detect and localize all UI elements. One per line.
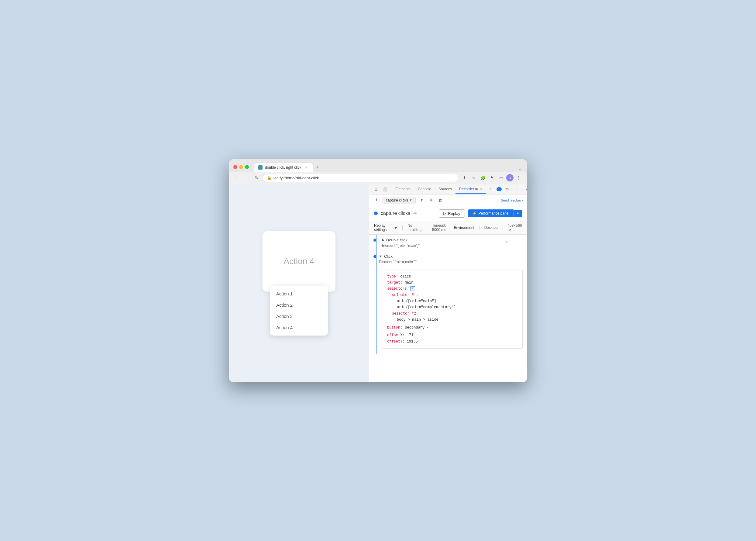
code-offsetx-val: 171 bbox=[407, 333, 414, 337]
replay-settings-arrow: ▶ bbox=[395, 226, 397, 229]
more-options-icon[interactable]: ⋮ bbox=[515, 174, 523, 182]
bookmark-icon[interactable]: ☆ bbox=[470, 174, 478, 182]
share-icon[interactable]: ⬆ bbox=[461, 174, 469, 182]
send-feedback-link[interactable]: Send feedback bbox=[501, 199, 523, 202]
sidebar-toggle-icon[interactable]: ▭ bbox=[497, 174, 505, 182]
performance-panel-dropdown-button[interactable]: ▼ bbox=[514, 210, 522, 217]
context-menu-item-action3[interactable]: Action 3 bbox=[270, 310, 328, 322]
device-toolbar-icon[interactable]: ⬜ bbox=[381, 185, 389, 194]
throttling-label: No throttling bbox=[408, 224, 422, 232]
tab-more[interactable]: » bbox=[486, 185, 495, 194]
step-row-double-click: ▶ Double click Element "[role="main"]" ←… bbox=[369, 235, 527, 251]
avatar[interactable]: U bbox=[506, 174, 514, 182]
context-menu-item-action1[interactable]: Action 1 bbox=[270, 288, 328, 299]
step-header: ▶ Double click bbox=[382, 238, 500, 242]
recorder-toolbar-icons: ⬆ ⬇ 🗑 bbox=[418, 196, 444, 204]
step-row-click: ▼ Click Element "[role="main"]" ⋮ type: … bbox=[369, 251, 527, 355]
performance-panel-button: ⚡ Performance panel ▼ bbox=[468, 210, 522, 217]
title-bar: double click, right click × + ⌄ bbox=[229, 159, 527, 172]
replay-play-icon: ▷ bbox=[443, 211, 446, 216]
close-button[interactable] bbox=[233, 165, 237, 169]
toolbar-icons: ⬆ ☆ 🧩 ⚑ ▭ U ⋮ bbox=[461, 174, 523, 182]
select-dropdown-icon: ▼ bbox=[409, 199, 412, 202]
devtools-panel: ⊡ ⬜ Elements Console Sources Recorder × … bbox=[369, 185, 527, 382]
tab-recorder[interactable]: Recorder × bbox=[456, 185, 486, 194]
forward-button[interactable]: → bbox=[243, 174, 251, 182]
new-tab-button[interactable]: + bbox=[313, 162, 322, 172]
context-menu-item-action4[interactable]: Action 4 bbox=[270, 322, 328, 333]
step-menu-icon2[interactable]: ⋮ bbox=[515, 254, 523, 261]
step-expand-icon2[interactable]: ▼ bbox=[379, 255, 382, 258]
minimize-button[interactable] bbox=[239, 165, 243, 169]
element-picker-icon[interactable]: ⊡ bbox=[372, 185, 380, 194]
back-button[interactable]: ← bbox=[233, 174, 241, 182]
address-bar: ← → ↻ 🔒 jec.fyi/demo/dbl-right-click ⬆ ☆… bbox=[229, 172, 527, 185]
tab-title: double click, right click bbox=[265, 165, 301, 170]
delete-icon[interactable]: 🗑 bbox=[436, 196, 444, 204]
timeout-label: Timeout: 5000 ms bbox=[432, 224, 454, 232]
perf-label: Performance panel bbox=[479, 211, 509, 216]
code-button-val: secondary bbox=[405, 324, 425, 331]
devtools-more-icon[interactable]: ⋮ bbox=[513, 185, 521, 194]
replay-label: Replay bbox=[448, 211, 460, 216]
devtools-settings-icon[interactable]: ⚙ bbox=[503, 185, 512, 194]
recorder-tab-close[interactable]: × bbox=[480, 187, 482, 191]
settings-divider3 bbox=[479, 226, 480, 230]
browser-window: double click, right click × + ⌄ ← → ↻ 🔒 … bbox=[229, 159, 527, 382]
code-aria1: aria/[role="main"] bbox=[397, 299, 436, 303]
maximize-button[interactable] bbox=[245, 165, 249, 169]
url-bar[interactable]: 🔒 jec.fyi/demo/dbl-right-click bbox=[262, 174, 459, 182]
code-button-key: button: bbox=[387, 324, 402, 331]
tab-elements[interactable]: Elements bbox=[392, 185, 414, 194]
performance-panel-main-button[interactable]: ⚡ Performance panel bbox=[468, 210, 514, 217]
recorder-header: capture clicks ✏ ▷ Replay ⚡ Performance … bbox=[369, 206, 527, 221]
add-recording-button[interactable]: + bbox=[373, 197, 380, 204]
tab-close-button[interactable]: × bbox=[303, 165, 308, 170]
step-dot-col2 bbox=[373, 254, 376, 258]
recording-select[interactable]: capture clicks ▼ bbox=[383, 197, 416, 204]
devtools-badge: 1 bbox=[497, 187, 502, 191]
edit-recording-name-icon[interactable]: ✏ bbox=[413, 211, 417, 216]
step-arrow: ← bbox=[503, 238, 512, 246]
settings-left: Replay settings ▶ No throttling Timeout:… bbox=[374, 224, 454, 232]
settings-divider4 bbox=[503, 226, 503, 230]
tab-sources[interactable]: Sources bbox=[435, 185, 456, 194]
context-menu: Action 1 Action 2 Action 3 Action 4 bbox=[270, 286, 328, 335]
content-area: Action 4 Action 1 Action 2 Action 3 Acti… bbox=[229, 185, 527, 382]
step-dot bbox=[373, 239, 376, 242]
devtools-tab-bar: ⊡ ⬜ Elements Console Sources Recorder × … bbox=[369, 185, 527, 195]
dimensions-label: 458×566 px bbox=[508, 224, 522, 232]
context-menu-item-action2[interactable]: Action 2 bbox=[270, 299, 328, 310]
settings-bar: Replay settings ▶ No throttling Timeout:… bbox=[369, 221, 527, 235]
tab-console[interactable]: Console bbox=[414, 185, 435, 194]
code-block: type: click target: main selectors: R se… bbox=[382, 270, 523, 349]
import-icon[interactable]: ⬇ bbox=[427, 196, 435, 204]
code-offsetx-key: offsetX: bbox=[387, 333, 405, 337]
step-dot-col bbox=[373, 238, 376, 242]
step-expand-icon[interactable]: ▶ bbox=[382, 238, 384, 242]
step-menu-icon[interactable]: ⋮ bbox=[515, 238, 523, 245]
step-header2: ▼ Click bbox=[379, 254, 515, 259]
devtools-close-icon[interactable]: × bbox=[522, 185, 527, 194]
refresh-button[interactable]: ↻ bbox=[253, 174, 261, 182]
tab-expand-button[interactable]: ⌄ bbox=[517, 165, 523, 172]
step-dot2 bbox=[373, 255, 376, 258]
environment-label: Environment bbox=[454, 226, 474, 230]
steps-area: ▶ Double click Element "[role="main"]" ←… bbox=[369, 235, 527, 382]
code-target-key: target: bbox=[387, 280, 402, 285]
tab-bar: double click, right click × + ⌄ bbox=[254, 162, 523, 172]
recording-name: capture clicks bbox=[386, 198, 408, 203]
step-title: Double click bbox=[386, 238, 408, 242]
replay-button[interactable]: ▷ Replay bbox=[439, 210, 465, 218]
url-text: jec.fyi/demo/dbl-right-click bbox=[273, 176, 454, 180]
settings-divider2 bbox=[427, 226, 427, 230]
export-icon[interactable]: ⬆ bbox=[418, 196, 426, 204]
code-selectors-key: selectors: bbox=[387, 286, 409, 292]
extensions-icon[interactable]: 🧩 bbox=[479, 174, 487, 182]
step-vertical-line2 bbox=[376, 251, 376, 354]
active-tab[interactable]: double click, right click × bbox=[254, 163, 313, 172]
step-content: ▶ Double click Element "[role="main"]" bbox=[380, 238, 500, 248]
flag-icon[interactable]: ⚑ bbox=[488, 174, 496, 182]
environment-val: Desktop bbox=[484, 226, 498, 230]
code-target-val: main bbox=[405, 280, 414, 285]
